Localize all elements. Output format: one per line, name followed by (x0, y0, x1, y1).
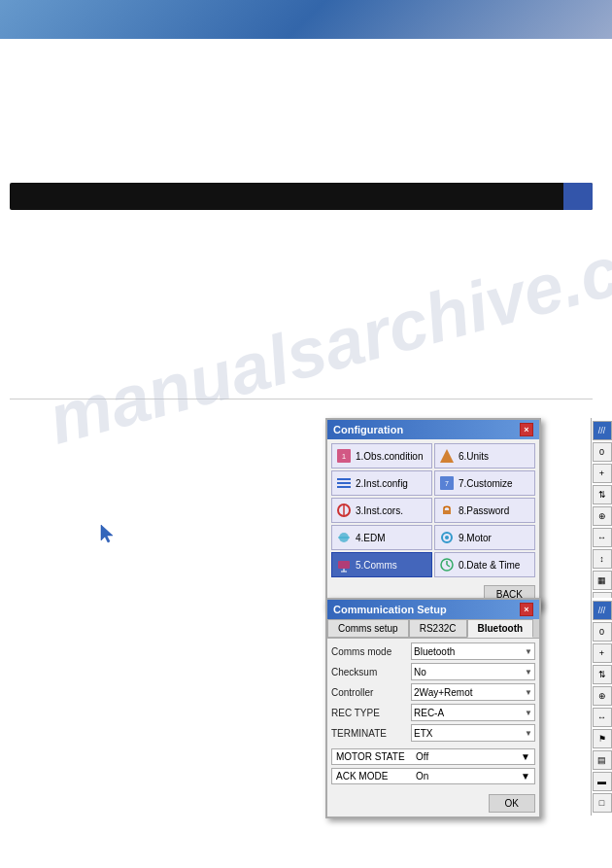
title-bar-accent (563, 183, 593, 210)
rec-type-select[interactable]: REC-A ▼ (411, 704, 535, 721)
checksum-arrow: ▼ (525, 668, 532, 677)
toolbar-btn-grid[interactable]: ▦ (593, 571, 612, 590)
toolbar-btn2-updown[interactable]: ⇅ (593, 665, 612, 684)
rec-type-value: REC-A (414, 708, 444, 718)
comms-mode-arrow: ▼ (525, 647, 532, 656)
comm-row-ack-mode: ACK MODE On ▼ (331, 768, 535, 784)
config-item-obs[interactable]: 1 1.Obs.condition (331, 443, 432, 469)
controller-label: Controller (331, 687, 411, 698)
units-icon (439, 448, 455, 464)
rec-type-arrow: ▼ (525, 709, 532, 717)
ack-mode-label: ACK MODE (336, 771, 416, 781)
inst-cors-icon (336, 503, 352, 518)
motor-state-select[interactable]: Off ▼ (416, 751, 530, 762)
obs-icon: 1 (336, 448, 352, 464)
svg-line-20 (447, 565, 450, 567)
horizontal-divider (10, 399, 593, 399)
toolbar-btn-updown[interactable]: ⇅ (593, 485, 612, 504)
comms-icon (336, 557, 352, 573)
checksum-select[interactable]: No ▼ (411, 663, 535, 680)
comm-tabs-row: Comms setup RS232C Bluetooth (327, 619, 539, 639)
toolbar-btn2-zero[interactable]: 0 (593, 622, 612, 642)
terminate-select[interactable]: ETX ▼ (411, 724, 535, 742)
svg-rect-15 (338, 561, 350, 569)
toolbar-btn-plus[interactable]: + (593, 464, 612, 483)
config-item-edm[interactable]: 4.EDM (331, 525, 432, 550)
controller-value: 2Way+Remot (414, 687, 472, 698)
main-content-area: manualsarchive.com /// 0 + ⇅ ⊕ ↔ ↕ ▦ ▤ ⚑… (0, 39, 612, 868)
comms-mode-select[interactable]: Bluetooth ▼ (411, 642, 535, 660)
config-item-customize[interactable]: 7 7.Customize (434, 470, 535, 496)
toolbar-btn2-square[interactable]: □ (593, 793, 612, 813)
checksum-label: Checksum (331, 667, 411, 677)
comm-close-button[interactable]: × (520, 603, 533, 616)
top-navigation-bar (0, 0, 612, 39)
config-item-units[interactable]: 6.Units (434, 443, 535, 469)
toolbar-btn2-crosshair[interactable]: ⊕ (593, 686, 612, 706)
terminate-label: TERMINATE (331, 728, 411, 739)
svg-rect-6 (337, 486, 351, 488)
config-item-datetime[interactable]: 0.Date & Time (434, 552, 535, 577)
config-item-edm-label: 4.EDM (356, 533, 386, 543)
ack-mode-arrow: ▼ (521, 771, 530, 781)
svg-rect-4 (337, 478, 351, 480)
tab-comms-setup[interactable]: Comms setup (327, 619, 409, 638)
svg-marker-0 (101, 525, 113, 542)
comm-title-bar: Communication Setup × (327, 600, 539, 619)
config-item-motor-label: 9.Motor (459, 533, 492, 543)
config-item-inst-config[interactable]: 2.Inst.config (331, 470, 432, 496)
svg-text:7: 7 (445, 480, 449, 487)
config-item-inst-cors[interactable]: 3.Inst.cors. (331, 498, 432, 523)
config-item-inst-config-label: 2.Inst.config (356, 478, 408, 489)
toolbar-btn-lines[interactable]: /// (593, 421, 612, 440)
tab-rs232c[interactable]: RS232C (409, 619, 467, 638)
edm-icon (336, 530, 352, 545)
comm-row-controller: Controller 2Way+Remot ▼ (331, 683, 535, 701)
configuration-dialog: Configuration × 1 1.Obs.condition 6.Unit… (325, 418, 541, 609)
title-bar (10, 183, 593, 210)
toolbar-btn-leftright[interactable]: ↔ (593, 528, 612, 547)
right-toolbar-comm: /// 0 + ⇅ ⊕ ↔ ⚑ ▤ ▬ □ (591, 598, 612, 816)
config-item-customize-label: 7.Customize (459, 478, 513, 489)
comm-row-rec-type: REC TYPE REC-A ▼ (331, 704, 535, 721)
ok-row: OK (327, 791, 539, 816)
password-icon (439, 503, 455, 518)
toolbar-btn-crosshair[interactable]: ⊕ (593, 506, 612, 526)
ok-button[interactable]: OK (489, 794, 535, 813)
svg-marker-3 (440, 449, 454, 463)
comm-row-checksum: Checksum No ▼ (331, 663, 535, 680)
config-item-comms[interactable]: 5.Comms (331, 552, 432, 577)
config-item-password[interactable]: 8.Password (434, 498, 535, 523)
config-items-grid: 1 1.Obs.condition 6.Units 2.Inst.config (327, 439, 539, 581)
motor-state-arrow: ▼ (521, 751, 530, 762)
config-item-units-label: 6.Units (459, 451, 489, 462)
config-close-button[interactable]: × (520, 423, 533, 436)
ack-mode-select[interactable]: On ▼ (416, 771, 530, 781)
inst-config-icon (336, 475, 352, 491)
comm-row-terminate: TERMINATE ETX ▼ (331, 724, 535, 742)
toolbar-btn2-lines[interactable]: /// (593, 601, 612, 620)
communication-setup-dialog: Communication Setup × Comms setup RS232C… (325, 598, 541, 818)
toolbar-btn2-flag[interactable]: ⚑ (593, 729, 612, 748)
config-item-motor[interactable]: 9.Motor (434, 525, 535, 550)
toolbar-btn-zero[interactable]: 0 (593, 442, 612, 462)
config-title-label: Configuration (333, 424, 403, 435)
toolbar-btn2-chart[interactable]: ▤ (593, 750, 612, 770)
comm-row-motor-state: MOTOR STATE Off ▼ (331, 748, 535, 765)
toolbar-btn2-plus[interactable]: + (593, 643, 612, 663)
toolbar-btn2-bar[interactable]: ▬ (593, 772, 612, 791)
motor-state-label: MOTOR STATE (336, 751, 416, 762)
controller-arrow: ▼ (525, 688, 532, 697)
svg-point-14 (445, 536, 449, 539)
terminate-arrow: ▼ (525, 729, 532, 738)
toolbar-btn-updown2[interactable]: ↕ (593, 549, 612, 569)
toolbar-btn2-leftright[interactable]: ↔ (593, 708, 612, 727)
comm-body: Comms mode Bluetooth ▼ Checksum No ▼ Con… (327, 639, 539, 791)
config-item-datetime-label: 0.Date & Time (459, 560, 520, 571)
checksum-value: No (414, 667, 426, 677)
config-item-obs-label: 1.Obs.condition (356, 451, 424, 462)
controller-select[interactable]: 2Way+Remot ▼ (411, 683, 535, 701)
svg-rect-5 (337, 482, 351, 484)
tab-bluetooth[interactable]: Bluetooth (467, 619, 534, 638)
small-cursor-icon (97, 523, 120, 546)
